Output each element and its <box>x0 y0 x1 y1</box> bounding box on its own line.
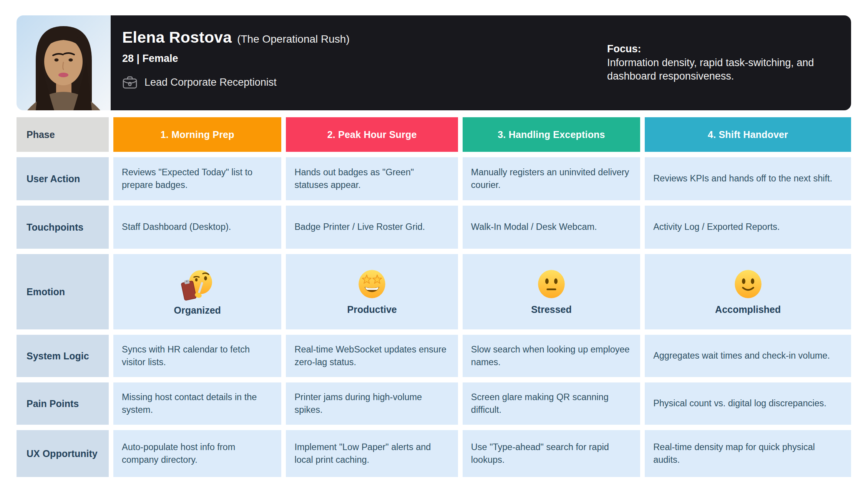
briefcase-icon <box>122 75 138 89</box>
ux-opportunity-phase-2: Implement "Low Paper" alerts and local p… <box>286 430 458 477</box>
touchpoints-phase-3: Walk-In Modal / Desk Webcam. <box>463 206 640 249</box>
touchpoints-phase-2: Badge Printer / Live Roster Grid. <box>286 206 458 249</box>
ux-opportunity-phase-1: Auto-populate host info from company dir… <box>113 430 281 477</box>
persona-photo <box>17 15 111 110</box>
system-logic-phase-2: Real-time WebSocket updates ensure zero-… <box>286 335 458 377</box>
emotion-phase-3: Stressed <box>463 254 640 329</box>
persona-header: Elena Rostova (The Operational Rush) 28 … <box>17 15 851 110</box>
pain-points-phase-2: Printer jams during high-volume spikes. <box>286 382 458 425</box>
emotion-label-accomplished: Accomplished <box>715 304 781 315</box>
phase-header-3: 3. Handling Exceptions <box>463 117 640 152</box>
user-action-phase-3: Manually registers an uninvited delivery… <box>463 157 640 200</box>
focus-text: Information density, rapid task-switchin… <box>607 56 824 83</box>
persona-portrait <box>17 15 111 110</box>
persona-demographics: 28 | Female <box>122 53 599 65</box>
emotion-label-stressed: Stressed <box>531 304 572 315</box>
persona-archetype: (The Operational Rush) <box>237 33 350 45</box>
row-header-phase: Phase <box>17 117 109 152</box>
phase-header-1: 1. Morning Prep <box>113 117 281 152</box>
emotion-phase-2: Productive <box>286 254 458 329</box>
focus-title: Focus: <box>607 42 824 56</box>
persona-info-panel: Elena Rostova (The Operational Rush) 28 … <box>111 15 851 110</box>
row-header-ux-opportunity: UX Opportunity <box>17 430 109 477</box>
slightly-smiling-face-emoji <box>733 269 763 299</box>
persona-role: Lead Corporate Receptionist <box>144 76 277 88</box>
system-logic-phase-3: Slow search when looking up employee nam… <box>463 335 640 377</box>
persona-journey-map: Elena Rostova (The Operational Rush) 28 … <box>0 0 868 487</box>
touchpoints-phase-4: Activity Log / Exported Reports. <box>645 206 851 249</box>
raised-eyebrow-clipboard-emoji <box>178 268 217 303</box>
focus-block: Focus: Information density, rapid task-s… <box>607 15 824 110</box>
row-header-system-logic: System Logic <box>17 335 109 377</box>
touchpoints-phase-1: Staff Dashboard (Desktop). <box>113 206 281 249</box>
ux-opportunity-phase-4: Real-time density map for quick physical… <box>645 430 851 477</box>
emotion-phase-1: Organized <box>113 254 281 329</box>
row-header-touchpoints: Touchpoints <box>17 206 109 249</box>
user-action-phase-2: Hands out badges as "Green" statuses app… <box>286 157 458 200</box>
user-action-phase-4: Reviews KPIs and hands off to the next s… <box>645 157 851 200</box>
pain-points-phase-4: Physical count vs. digital log discrepan… <box>645 382 851 425</box>
ux-opportunity-phase-3: Use "Type-ahead" search for rapid lookup… <box>463 430 640 477</box>
user-action-phase-1: Reviews "Expected Today" list to prepare… <box>113 157 281 200</box>
system-logic-phase-4: Aggregates wait times and check-in volum… <box>645 335 851 377</box>
pain-points-phase-1: Missing host contact details in the syst… <box>113 382 281 425</box>
row-header-user-action: User Action <box>17 157 109 200</box>
system-logic-phase-1: Syncs with HR calendar to fetch visitor … <box>113 335 281 377</box>
phase-header-2: 2. Peak Hour Surge <box>286 117 458 152</box>
persona-name: Elena Rostova <box>122 28 232 47</box>
star-struck-emoji <box>357 269 387 299</box>
neutral-face-emoji <box>536 269 567 299</box>
phase-header-4: 4. Shift Handover <box>645 117 851 152</box>
persona-id-block: Elena Rostova (The Operational Rush) 28 … <box>111 15 607 110</box>
emotion-phase-4: Accomplished <box>645 254 851 329</box>
row-header-pain-points: Pain Points <box>17 382 109 425</box>
pain-points-phase-3: Screen glare making QR scanning difficul… <box>463 382 640 425</box>
journey-grid: Phase 1. Morning Prep 2. Peak Hour Surge… <box>17 117 851 477</box>
emotion-label-organized: Organized <box>174 305 221 316</box>
row-header-emotion: Emotion <box>17 254 109 329</box>
emotion-label-productive: Productive <box>347 304 397 315</box>
